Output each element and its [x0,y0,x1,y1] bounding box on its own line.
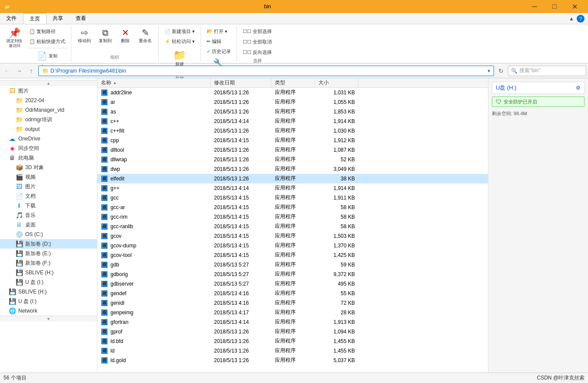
table-row[interactable]: ⬛ar2018/5/13 1:26应用程序1,055 KB [97,97,488,107]
col-header-name[interactable]: 名称 ▲ [97,78,210,87]
table-row[interactable]: ⬛gcc2018/5/13 4:15应用程序1,911 KB [97,193,488,203]
sidebar-item-music[interactable]: 🎵 音乐 [0,210,97,220]
table-row[interactable]: ⬛c++2018/5/13 4:14应用程序1,914 KB [97,117,488,126]
file-name-cell: ⬛dllwrap [97,156,210,163]
table-row[interactable]: ⬛gcc-ar2018/5/13 4:15应用程序58 KB [97,203,488,212]
sidebar-item-pictures[interactable]: 🖼 图片 [0,86,97,96]
close-button[interactable]: ✕ [565,0,585,13]
tab-file[interactable]: 文件 [0,13,23,24]
table-row[interactable]: ⬛g++2018/5/13 4:14应用程序1,914 KB [97,183,488,193]
tab-share[interactable]: 共享 [47,13,70,24]
table-row[interactable]: ⬛addr2line2018/5/13 1:26应用程序1,031 KB [97,88,488,97]
copy-button[interactable]: 📄 复制 [27,50,67,62]
file-date: 2018/5/13 1:26 [210,176,271,182]
table-row[interactable]: ⬛ld2018/5/13 1:26应用程序1,455 KB [97,346,488,356]
right-panel-gear-icon[interactable]: ⚙ [576,85,581,91]
pin-to-quick-access-button[interactable]: 📌 固定到快速访问 [3,27,25,50]
sidebar-item-pics[interactable]: 🖼 图片 [0,182,97,191]
sidebar-item-udisk-i[interactable]: 💾 U 盘 (I:) [0,296,97,306]
copy-to-button[interactable]: ⧉ 复制到 [96,27,115,45]
sidebar-item-docs[interactable]: 📄 文档 [0,191,97,201]
table-row[interactable]: ⬛as2018/5/13 1:26应用程序1,853 KB [97,107,488,117]
sidebar-item-network[interactable]: 🌐 Network [0,306,97,316]
table-row[interactable]: ⬛gcov-dump2018/5/13 4:15应用程序1,370 KB [97,241,488,250]
file-name: c++ [110,118,119,124]
table-row[interactable]: ⬛dlltool2018/5/13 1:26应用程序1,087 KB [97,145,488,155]
table-row[interactable]: ⬛gdbserver2018/5/13 5:27应用程序495 KB [97,279,488,289]
table-row[interactable]: ⬛gprof2018/5/13 1:26应用程序1,094 KB [97,327,488,336]
rename-button[interactable]: ✎ 重命名 [136,27,155,45]
sidebar-item-onedrive[interactable]: ☁ OneDrive [0,134,97,143]
minimize-button[interactable]: ─ [525,0,545,13]
sidebar-item-downloads[interactable]: ⬇ 下载 [0,201,97,210]
address-input[interactable]: 📁 D:\Program Files\mingw6481\bin ▾ [38,66,494,76]
edit-button[interactable]: ✏ 编辑 [204,37,233,46]
table-row[interactable]: ⬛dwp2018/5/13 1:26应用程序3,049 KB [97,164,488,174]
table-row[interactable]: ⬛elfedit2018/5/13 1:26应用程序38 KB [97,174,488,183]
history-button[interactable]: ✓ 历史记录 [204,47,233,56]
table-row[interactable]: ⬛gcov2018/5/13 4:15应用程序1,503 KB [97,231,488,241]
back-button[interactable]: ← [2,66,12,76]
sidebar-item-output[interactable]: 📁 output [0,124,97,134]
select-none-button[interactable]: ☐☐ 全部取消 [241,37,274,47]
help-icon[interactable]: ? [577,15,585,23]
maximize-button[interactable]: □ [545,0,565,13]
new-item-button[interactable]: 📄 新建项目 ▾ [162,27,197,36]
sidebar-item-odrmanager[interactable]: 📁 OdrManager_vtd [0,105,97,115]
table-row[interactable]: ⬛gfortran2018/5/13 4:14应用程序1,913 KB [97,317,488,327]
col-header-size[interactable]: 大小 [315,78,358,87]
sidebar-scroll-down[interactable]: ▼ [0,316,97,322]
tab-home[interactable]: 主页 [23,13,47,24]
sidebar-item-label: Network [18,308,37,314]
delete-label: 删除 [121,38,130,44]
table-row[interactable]: ⬛genpeimg2018/5/13 4:17应用程序28 KB [97,308,488,317]
sidebar-item-3d[interactable]: 📦 3D 对象 [0,163,97,172]
sidebar-item-sblive-h[interactable]: 💾 SBLIVE (H:) [0,287,97,296]
open-button[interactable]: 📂 打开 ▾ [204,27,233,36]
table-row[interactable]: ⬛gdborig2018/5/13 5:27应用程序9,372 KB [97,270,488,279]
easy-access-button[interactable]: ⚡ 轻松访问 ▾ [162,37,197,46]
sidebar-item-training[interactable]: 📁 odrmgr培训 [0,115,97,124]
table-row[interactable]: ⬛ld.gold2018/5/13 1:26应用程序5,037 KB [97,356,488,365]
move-to-button[interactable]: ⇨ 移动到 [75,27,94,45]
table-row[interactable]: ⬛c++filt2018/5/13 1:26应用程序1,030 KB [97,126,488,136]
col-header-date[interactable]: 修改日期 [210,78,271,87]
table-row[interactable]: ⬛gcc-ranlib2018/5/13 4:15应用程序58 KB [97,222,488,231]
sidebar-item-sync[interactable]: ◈ 同步空间 [0,143,97,153]
sidebar-scroll-up[interactable]: ▲ [0,80,97,86]
delete-button[interactable]: ✕ 删除 [117,27,134,45]
table-row[interactable]: ⬛cpp2018/5/13 4:15应用程序1,912 KB [97,136,488,145]
forward-button[interactable]: → [14,66,24,76]
sidebar-item-desktop[interactable]: 🖥 桌面 [0,220,97,230]
sidebar-item-2022-04[interactable]: 📁 2022-04 [0,96,97,105]
table-row[interactable]: ⬛ld.bfd2018/5/13 1:26应用程序1,455 KB [97,336,488,346]
sidebar-item-sblive-h-inner[interactable]: 💾 SBLIVE (H:) [0,268,97,277]
sidebar-item-label: output [25,126,40,132]
table-row[interactable]: ⬛dllwrap2018/5/13 1:26应用程序52 KB [97,155,488,164]
select-all-button[interactable]: ☐☐ 全部选择 [241,27,274,36]
refresh-button[interactable]: ↻ [496,66,506,76]
invert-selection-button[interactable]: ☐☐ 反向选择 [241,48,274,57]
table-row[interactable]: ⬛gcov-tool2018/5/13 4:15应用程序1,425 KB [97,250,488,260]
sidebar-item-drive-f[interactable]: 💾 新加卷 (F:) [0,258,97,268]
sidebar-item-this-pc[interactable]: 🖥 此电脑 [0,153,97,163]
search-box[interactable]: 🔍 搜索"bin" [508,66,586,76]
sidebar-item-udisk-i-inner[interactable]: 💾 U 盘 (I:) [0,277,97,287]
table-row[interactable]: ⬛gendef2018/5/13 4:16应用程序55 KB [97,289,488,298]
address-dropdown-icon[interactable]: ▾ [488,68,490,74]
table-row[interactable]: ⬛gcc-nm2018/5/13 4:15应用程序58 KB [97,212,488,222]
shield-icon: 🛡 [496,98,502,105]
col-header-type[interactable]: 类型 [271,78,315,87]
copy-path-button[interactable]: 📋 复制路径 [27,27,67,36]
sidebar-item-drive-c[interactable]: 💿 OS (C:) [0,230,97,239]
sidebar-item-drive-d[interactable]: 💾 新加卷 (D:) [0,239,97,249]
table-row[interactable]: ⬛gdb2018/5/13 5:27应用程序59 KB [97,260,488,270]
sidebar-item-drive-e[interactable]: 💾 新加卷 (E:) [0,249,97,258]
table-row[interactable]: ⬛genidl2018/5/13 4:16应用程序72 KB [97,298,488,308]
up-button[interactable]: ↑ [26,66,37,76]
paste-shortcut-button[interactable]: 📋 粘贴快捷方式 [27,37,67,46]
tab-view[interactable]: 查看 [70,13,93,24]
sidebar-item-video[interactable]: 🎬 视频 [0,172,97,182]
file-size: 52 KB [315,157,358,163]
ribbon-collapse-icon[interactable]: ▲ [569,16,574,22]
